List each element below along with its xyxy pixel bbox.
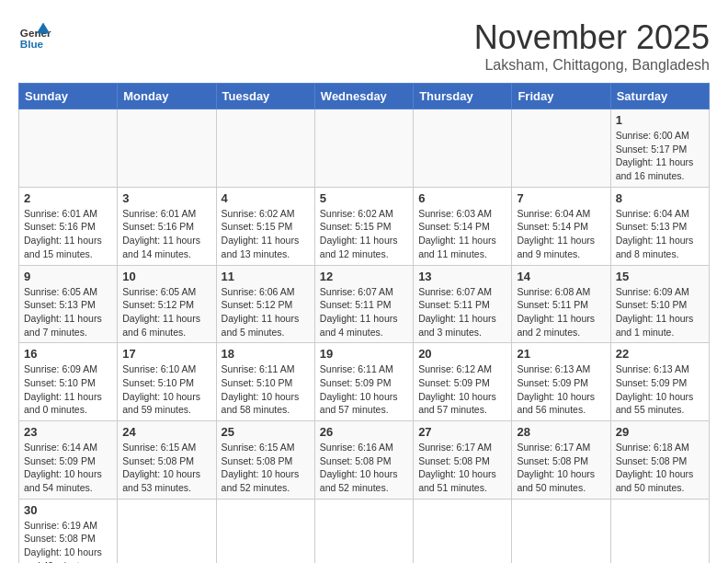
table-row <box>118 499 216 563</box>
header-sunday: Sunday <box>19 84 118 109</box>
header-monday: Monday <box>118 84 216 109</box>
day-info: Sunrise: 6:04 AM Sunset: 5:14 PM Dayligh… <box>517 207 605 261</box>
day-number: 4 <box>222 191 310 205</box>
calendar-week-row: 9Sunrise: 6:05 AM Sunset: 5:13 PM Daylig… <box>19 265 710 343</box>
day-number: 15 <box>616 270 704 283</box>
table-row <box>216 499 314 563</box>
day-number: 7 <box>517 191 605 205</box>
day-info: Sunrise: 6:13 AM Sunset: 5:09 PM Dayligh… <box>616 362 704 417</box>
day-info: Sunrise: 6:11 AM Sunset: 5:09 PM Dayligh… <box>320 362 408 417</box>
day-info: Sunrise: 6:07 AM Sunset: 5:11 PM Dayligh… <box>320 285 408 339</box>
day-number: 30 <box>24 503 112 517</box>
day-info: Sunrise: 6:17 AM Sunset: 5:08 PM Dayligh… <box>418 441 506 495</box>
day-number: 2 <box>24 191 112 205</box>
days-header-row: Sunday Monday Tuesday Wednesday Thursday… <box>19 84 710 109</box>
table-row: 26Sunrise: 6:16 AM Sunset: 5:08 PM Dayli… <box>314 421 413 500</box>
table-row: 10Sunrise: 6:05 AM Sunset: 5:12 PM Dayli… <box>118 265 216 343</box>
table-row <box>610 499 709 563</box>
day-number: 27 <box>418 425 506 439</box>
day-info: Sunrise: 6:09 AM Sunset: 5:10 PM Dayligh… <box>24 362 112 417</box>
day-info: Sunrise: 6:02 AM Sunset: 5:15 PM Dayligh… <box>222 207 310 261</box>
calendar-week-row: 30Sunrise: 6:19 AM Sunset: 5:08 PM Dayli… <box>19 499 710 563</box>
table-row <box>314 109 413 188</box>
day-number: 13 <box>418 270 506 283</box>
day-number: 29 <box>616 425 704 439</box>
day-info: Sunrise: 6:19 AM Sunset: 5:08 PM Dayligh… <box>24 519 112 563</box>
table-row: 22Sunrise: 6:13 AM Sunset: 5:09 PM Dayli… <box>610 343 709 421</box>
table-row: 8Sunrise: 6:04 AM Sunset: 5:13 PM Daylig… <box>610 187 709 265</box>
day-info: Sunrise: 6:13 AM Sunset: 5:09 PM Dayligh… <box>517 362 605 417</box>
day-info: Sunrise: 6:12 AM Sunset: 5:09 PM Dayligh… <box>418 362 506 417</box>
day-number: 19 <box>320 347 408 361</box>
day-info: Sunrise: 6:15 AM Sunset: 5:08 PM Dayligh… <box>122 441 210 495</box>
day-info: Sunrise: 6:02 AM Sunset: 5:15 PM Dayligh… <box>320 207 408 261</box>
day-number: 9 <box>24 270 112 283</box>
day-number: 25 <box>222 425 310 439</box>
day-number: 26 <box>320 425 408 439</box>
table-row <box>414 499 512 563</box>
day-info: Sunrise: 6:10 AM Sunset: 5:10 PM Dayligh… <box>122 362 210 417</box>
table-row: 16Sunrise: 6:09 AM Sunset: 5:10 PM Dayli… <box>19 343 118 421</box>
day-info: Sunrise: 6:05 AM Sunset: 5:12 PM Dayligh… <box>122 285 210 339</box>
header-thursday: Thursday <box>414 84 512 109</box>
table-row <box>414 109 512 188</box>
day-info: Sunrise: 6:09 AM Sunset: 5:10 PM Dayligh… <box>616 285 704 339</box>
logo-icon: General Blue <box>18 18 51 52</box>
day-info: Sunrise: 6:11 AM Sunset: 5:10 PM Dayligh… <box>222 362 310 417</box>
day-number: 18 <box>222 347 310 361</box>
table-row: 19Sunrise: 6:11 AM Sunset: 5:09 PM Dayli… <box>314 343 413 421</box>
table-row: 14Sunrise: 6:08 AM Sunset: 5:11 PM Dayli… <box>512 265 610 343</box>
table-row: 2Sunrise: 6:01 AM Sunset: 5:16 PM Daylig… <box>19 187 118 265</box>
table-row <box>512 499 610 563</box>
day-number: 20 <box>418 347 506 361</box>
calendar-subtitle: Laksham, Chittagong, Bangladesh <box>474 57 710 74</box>
table-row: 7Sunrise: 6:04 AM Sunset: 5:14 PM Daylig… <box>512 187 610 265</box>
table-row: 15Sunrise: 6:09 AM Sunset: 5:10 PM Dayli… <box>610 265 709 343</box>
table-row: 1Sunrise: 6:00 AM Sunset: 5:17 PM Daylig… <box>610 109 709 188</box>
day-info: Sunrise: 6:05 AM Sunset: 5:13 PM Dayligh… <box>24 285 112 339</box>
day-number: 10 <box>122 270 210 283</box>
table-row: 9Sunrise: 6:05 AM Sunset: 5:13 PM Daylig… <box>19 265 118 343</box>
logo: General Blue <box>18 18 51 52</box>
table-row <box>314 499 413 563</box>
table-row: 28Sunrise: 6:17 AM Sunset: 5:08 PM Dayli… <box>512 421 610 500</box>
table-row: 24Sunrise: 6:15 AM Sunset: 5:08 PM Dayli… <box>118 421 216 500</box>
day-number: 23 <box>24 425 112 439</box>
table-row: 4Sunrise: 6:02 AM Sunset: 5:15 PM Daylig… <box>216 187 314 265</box>
day-info: Sunrise: 6:07 AM Sunset: 5:11 PM Dayligh… <box>418 285 506 339</box>
table-row: 29Sunrise: 6:18 AM Sunset: 5:08 PM Dayli… <box>610 421 709 500</box>
day-number: 21 <box>517 347 605 361</box>
day-number: 28 <box>517 425 605 439</box>
table-row: 5Sunrise: 6:02 AM Sunset: 5:15 PM Daylig… <box>314 187 413 265</box>
day-number: 24 <box>122 425 210 439</box>
day-number: 17 <box>122 347 210 361</box>
table-row: 21Sunrise: 6:13 AM Sunset: 5:09 PM Dayli… <box>512 343 610 421</box>
header-tuesday: Tuesday <box>216 84 314 109</box>
table-row: 23Sunrise: 6:14 AM Sunset: 5:09 PM Dayli… <box>19 421 118 500</box>
header-saturday: Saturday <box>610 84 709 109</box>
day-number: 6 <box>418 191 506 205</box>
day-number: 5 <box>320 191 408 205</box>
calendar-week-row: 16Sunrise: 6:09 AM Sunset: 5:10 PM Dayli… <box>19 343 710 421</box>
svg-text:Blue: Blue <box>20 38 44 50</box>
day-info: Sunrise: 6:01 AM Sunset: 5:16 PM Dayligh… <box>122 207 210 261</box>
table-row: 13Sunrise: 6:07 AM Sunset: 5:11 PM Dayli… <box>414 265 512 343</box>
header-friday: Friday <box>512 84 610 109</box>
day-number: 16 <box>24 347 112 361</box>
day-info: Sunrise: 6:16 AM Sunset: 5:08 PM Dayligh… <box>320 441 408 495</box>
day-info: Sunrise: 6:01 AM Sunset: 5:16 PM Dayligh… <box>24 207 112 261</box>
day-number: 1 <box>616 113 704 127</box>
day-info: Sunrise: 6:08 AM Sunset: 5:11 PM Dayligh… <box>517 285 605 339</box>
calendar-title: November 2025 <box>474 18 710 57</box>
calendar-week-row: 1Sunrise: 6:00 AM Sunset: 5:17 PM Daylig… <box>19 109 710 188</box>
day-info: Sunrise: 6:18 AM Sunset: 5:08 PM Dayligh… <box>616 441 704 495</box>
day-number: 8 <box>616 191 704 205</box>
table-row: 20Sunrise: 6:12 AM Sunset: 5:09 PM Dayli… <box>414 343 512 421</box>
table-row <box>19 109 118 188</box>
day-number: 11 <box>222 270 310 283</box>
table-row <box>118 109 216 188</box>
day-number: 3 <box>122 191 210 205</box>
calendar-week-row: 2Sunrise: 6:01 AM Sunset: 5:16 PM Daylig… <box>19 187 710 265</box>
table-row: 6Sunrise: 6:03 AM Sunset: 5:14 PM Daylig… <box>414 187 512 265</box>
day-info: Sunrise: 6:17 AM Sunset: 5:08 PM Dayligh… <box>517 441 605 495</box>
